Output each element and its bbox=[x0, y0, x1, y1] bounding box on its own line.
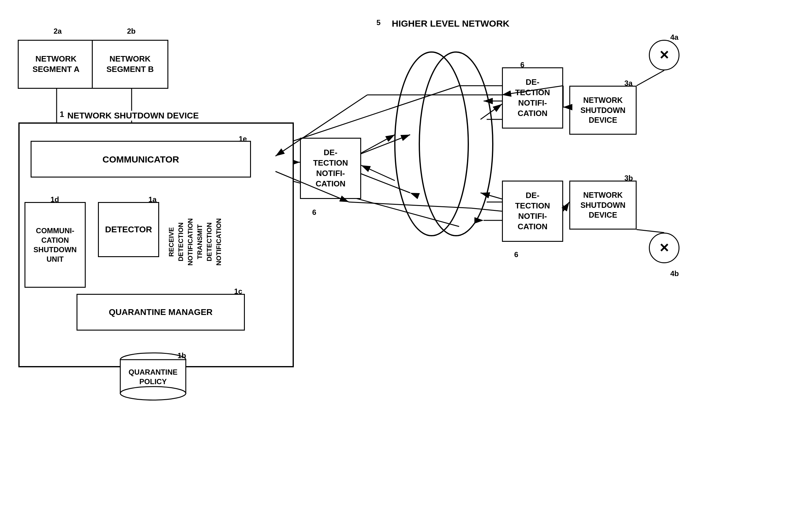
detection-notification-center-label: DE- TECTION NOTIFI- CATION bbox=[313, 147, 348, 189]
ref-6-top: 6 bbox=[520, 61, 524, 69]
higher-level-ellipse bbox=[392, 40, 496, 248]
communicator-label: COMMUNICATOR bbox=[103, 153, 179, 165]
ref-3b: 3b bbox=[624, 174, 633, 182]
comm-shutdown-box: COMMUNI- CATION SHUTDOWN UNIT bbox=[25, 202, 86, 288]
ref-6-bottom: 6 bbox=[514, 251, 518, 259]
communicator-ref: 1e bbox=[239, 135, 247, 143]
network-segment-a-ref: 2a bbox=[54, 27, 62, 35]
quarantine-policy-label: QUARANTINE POLICY bbox=[119, 367, 187, 386]
ref-6-center: 6 bbox=[312, 208, 316, 217]
ref-4b: 4b bbox=[670, 269, 679, 278]
network-segment-b-ref: 2b bbox=[127, 27, 135, 35]
higher-level-ref: 5 bbox=[376, 18, 380, 27]
communicator-box: COMMUNICATOR bbox=[31, 141, 251, 177]
svg-line-44 bbox=[361, 165, 395, 181]
detection-notification-top-box: DE- TECTION NOTIFI- CATION bbox=[502, 67, 563, 129]
comm-shutdown-label: COMMUNI- CATION SHUTDOWN UNIT bbox=[33, 226, 76, 264]
main-device-ref: 1 bbox=[60, 110, 64, 119]
higher-level-label: HIGHER LEVEL NETWORK bbox=[392, 18, 509, 29]
comm-shutdown-ref: 1d bbox=[50, 195, 59, 204]
detector-ref: 1a bbox=[148, 195, 157, 204]
network-shutdown-3b-label: NETWORK SHUTDOWN DEVICE bbox=[580, 190, 625, 220]
detection-notification-bottom-label: DE- TECTION NOTIFI- CATION bbox=[515, 190, 550, 232]
transmit-detection-text: TRANSMIT DETECTION NOTIFICATION bbox=[195, 190, 223, 294]
quarantine-manager-ref: 1c bbox=[234, 287, 243, 296]
svg-line-43 bbox=[361, 135, 395, 153]
network-shutdown-3a-label: NETWORK SHUTDOWN DEVICE bbox=[580, 95, 625, 125]
network-segment-b-box: NETWORK SEGMENT B bbox=[92, 40, 168, 89]
ref-4a: 4a bbox=[670, 33, 679, 42]
detection-notification-top-label: DE- TECTION NOTIFI- CATION bbox=[515, 77, 550, 118]
svg-line-32 bbox=[637, 230, 664, 233]
quarantine-policy-container: QUARANTINE POLICY bbox=[119, 352, 187, 401]
network-segment-a-box: NETWORK SEGMENT A bbox=[18, 40, 94, 89]
network-segment-a-label: NETWORK SEGMENT A bbox=[32, 54, 79, 75]
svg-line-31 bbox=[637, 70, 664, 86]
quarantine-manager-box: QUARANTINE MANAGER bbox=[76, 294, 245, 331]
ref-3a: 3a bbox=[624, 79, 633, 87]
x-mark-4b: ✕ bbox=[649, 233, 680, 263]
higher-level-ellipse-svg bbox=[392, 40, 496, 248]
quarantine-manager-label: QUARANTINE MANAGER bbox=[108, 307, 213, 318]
network-segment-b-label: NETWORK SEGMENT B bbox=[106, 54, 154, 75]
detector-label: DETECTOR bbox=[105, 224, 152, 235]
svg-line-41 bbox=[563, 202, 569, 211]
main-device-label: NETWORK SHUTDOWN DEVICE bbox=[67, 111, 199, 120]
network-shutdown-3a-box: NETWORK SHUTDOWN DEVICE bbox=[569, 86, 637, 135]
network-shutdown-3b-box: NETWORK SHUTDOWN DEVICE bbox=[569, 181, 637, 230]
svg-point-28 bbox=[120, 387, 186, 400]
receive-detection-text: RECEIVE DETECTION NOTIFICATION bbox=[167, 190, 195, 294]
svg-point-30 bbox=[419, 52, 493, 236]
detection-notification-bottom-box: DE- TECTION NOTIFI- CATION bbox=[502, 181, 563, 242]
svg-point-29 bbox=[395, 52, 468, 236]
quarantine-policy-ref: 1b bbox=[177, 352, 186, 360]
diagram: NETWORK SHUTDOWN DEVICE 1 NETWORK SEGMEN… bbox=[0, 0, 812, 528]
detector-box: DETECTOR bbox=[98, 202, 159, 257]
detection-notification-center-box: DE- TECTION NOTIFI- CATION bbox=[300, 138, 361, 199]
x-mark-4a: ✕ bbox=[649, 40, 680, 70]
